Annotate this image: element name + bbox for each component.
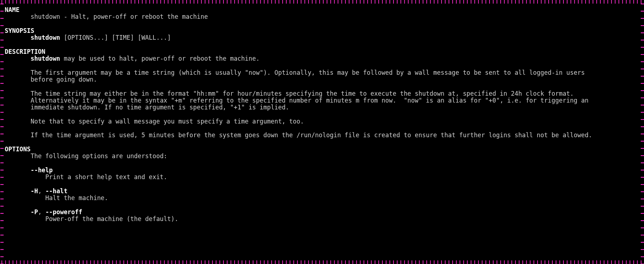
option-poweroff-sep: , bbox=[38, 208, 45, 216]
indent bbox=[5, 55, 31, 62]
section-header-options: OPTIONS bbox=[5, 146, 31, 153]
border-top: ||||||||||||||||||||||||||||||||||||||||… bbox=[0, 0, 644, 4]
section-header-synopsis: SYNOPSIS bbox=[5, 27, 34, 34]
indent bbox=[5, 166, 31, 174]
section-header-description: DESCRIPTION bbox=[5, 48, 45, 55]
option-poweroff-desc: Power-off the machine (the default). bbox=[45, 215, 178, 222]
indent bbox=[5, 208, 31, 216]
terminal-frame: ||||||||||||||||||||||||||||||||||||||||… bbox=[0, 0, 644, 264]
desc-cmd: shutdown bbox=[31, 55, 60, 62]
indent bbox=[5, 76, 31, 83]
desc-para3c: immediate shutdown. If no time argument … bbox=[31, 104, 289, 111]
indent bbox=[5, 152, 31, 160]
desc-para4: Note that to specify a wall message you … bbox=[31, 118, 304, 125]
indent bbox=[5, 118, 31, 125]
indent bbox=[5, 173, 45, 181]
manpage-content[interactable]: NAME shutdown - Halt, power-off or reboo… bbox=[5, 7, 639, 260]
desc-para5: If the time argument is used, 5 minutes … bbox=[31, 131, 592, 139]
name-line: shutdown - Halt, power-off or reboot the… bbox=[31, 13, 208, 20]
option-halt-sep: , bbox=[38, 187, 45, 195]
desc-para3b: Alternatively it may be in the syntax "+… bbox=[31, 97, 588, 104]
option-help-flag: --help bbox=[31, 166, 53, 174]
indent bbox=[5, 187, 31, 195]
option-poweroff-short: -P bbox=[31, 208, 38, 216]
desc-line1: may be used to halt, power-off or reboot… bbox=[60, 55, 260, 62]
section-header-name: NAME bbox=[5, 7, 19, 13]
border-bottom: ||||||||||||||||||||||||||||||||||||||||… bbox=[0, 260, 644, 264]
desc-para2a: The first argument may be a time string … bbox=[31, 69, 585, 76]
desc-para3a: The time string may either be in the for… bbox=[31, 90, 574, 97]
synopsis-args: [OPTIONS...] [TIME] [WALL...] bbox=[60, 34, 171, 41]
indent bbox=[5, 194, 45, 202]
border-left: ――――――――――――――――――――――――――――――――――――――――… bbox=[0, 0, 4, 264]
synopsis-cmd: shutdown bbox=[31, 34, 60, 41]
indent bbox=[5, 90, 31, 97]
options-intro: The following options are understood: bbox=[31, 152, 167, 160]
option-poweroff-long: --poweroff bbox=[45, 208, 82, 216]
indent bbox=[5, 13, 31, 20]
option-help-desc: Print a short help text and exit. bbox=[45, 173, 167, 181]
indent bbox=[5, 131, 31, 139]
indent bbox=[5, 215, 45, 222]
desc-para2b: before going down. bbox=[31, 76, 97, 83]
indent bbox=[5, 104, 31, 111]
option-halt-desc: Halt the machine. bbox=[45, 194, 108, 202]
option-halt-short: -H bbox=[31, 187, 38, 195]
indent bbox=[5, 97, 31, 104]
border-right: ――――――――――――――――――――――――――――――――――――――――… bbox=[640, 0, 644, 264]
indent bbox=[5, 69, 31, 76]
option-halt-long: --halt bbox=[45, 187, 68, 195]
indent bbox=[5, 34, 31, 41]
